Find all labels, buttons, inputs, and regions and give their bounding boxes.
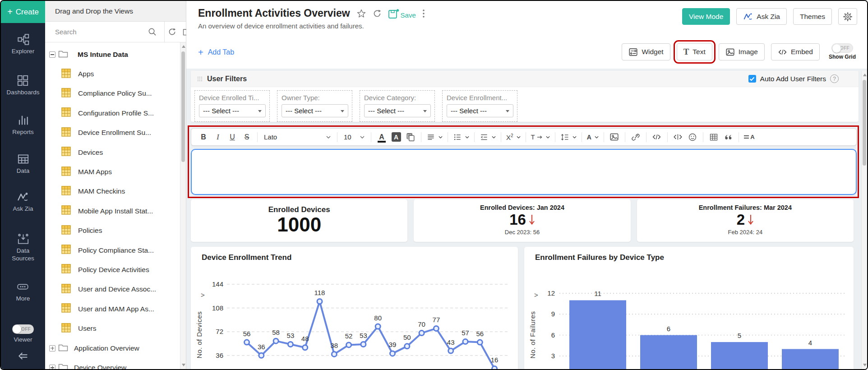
- line-height-button[interactable]: [559, 130, 578, 144]
- tree-item[interactable]: Policy Compliance Sta...: [45, 240, 186, 260]
- create-button[interactable]: + Create: [1, 1, 45, 23]
- insert-link-button[interactable]: [629, 130, 642, 144]
- canvas-scrollbar[interactable]: [861, 71, 867, 369]
- tree-root-ms-intune-data[interactable]: MS Intune Data: [45, 45, 186, 64]
- chart-title: Device Enrollment Trend: [202, 253, 291, 262]
- svg-text:77: 77: [433, 316, 440, 324]
- tree-item[interactable]: Mobile App Install Stat...: [45, 201, 186, 221]
- code-block-button[interactable]: [671, 130, 685, 144]
- tree-folder[interactable]: Device Overview: [45, 358, 186, 370]
- add-tab-button[interactable]: + Add Tab: [198, 47, 234, 58]
- text-button[interactable]: T Text: [677, 43, 712, 60]
- collapse-minus-icon[interactable]: [49, 51, 55, 58]
- chart-title: Enrollment Failures by Device Type: [535, 253, 664, 262]
- chevron-down-icon: [360, 136, 365, 139]
- refresh-icon[interactable]: [373, 9, 382, 18]
- text-direction-button[interactable]: T: [530, 130, 551, 144]
- save-button[interactable]: Save: [388, 8, 416, 19]
- tree-item[interactable]: Users: [45, 319, 186, 338]
- tree-item[interactable]: User and MAM App As...: [45, 299, 186, 319]
- insert-image-button[interactable]: [608, 130, 621, 144]
- tree-item[interactable]: Apps: [45, 64, 186, 83]
- align-button[interactable]: [425, 130, 444, 144]
- collapse-sidebar-button[interactable]: [17, 350, 29, 364]
- widget-button[interactable]: Widget: [622, 43, 670, 60]
- scroll-down-arrow[interactable]: [182, 364, 185, 366]
- expand-plus-icon[interactable]: [49, 345, 55, 352]
- embed-button[interactable]: Embed: [771, 43, 820, 60]
- create-label: Create: [16, 8, 39, 17]
- viewer-toggle[interactable]: OFF: [12, 324, 34, 334]
- strikethrough-button[interactable]: S: [240, 130, 254, 144]
- underline-button[interactable]: U: [226, 130, 239, 144]
- scroll-up-arrow[interactable]: [182, 45, 185, 48]
- list-button[interactable]: [452, 130, 471, 144]
- chart-enrollment-failures-by-device-type[interactable]: 1296311654 Enrollment Failures by Device…: [524, 247, 854, 370]
- font-family-dropdown[interactable]: Lato: [261, 133, 333, 141]
- formatting-marks-button[interactable]: A: [743, 130, 756, 144]
- tree-item[interactable]: Device Enrollment Su...: [45, 123, 186, 143]
- expand-plus-icon[interactable]: [49, 365, 55, 370]
- axis-expand-chevron-icon[interactable]: >: [534, 291, 538, 299]
- sidebar-item-reports[interactable]: Reports: [12, 114, 33, 136]
- image-button[interactable]: Image: [719, 43, 765, 60]
- blockquote-button[interactable]: [721, 130, 735, 144]
- inline-code-button[interactable]: [650, 130, 664, 144]
- tree-item[interactable]: Policies: [45, 221, 186, 240]
- emoji-button[interactable]: [686, 130, 699, 144]
- sidebar-item-data[interactable]: Data: [17, 153, 30, 175]
- filter-select[interactable]: --- Select ---: [282, 104, 348, 117]
- refresh-views-icon[interactable]: [165, 28, 180, 36]
- image-icon: [725, 47, 735, 57]
- settings-button[interactable]: [838, 8, 857, 25]
- text-editor-area[interactable]: [191, 149, 857, 195]
- tree-scrollbar[interactable]: [180, 42, 186, 369]
- tree-item[interactable]: Devices: [45, 143, 186, 162]
- font-color-button[interactable]: A: [375, 130, 388, 144]
- scroll-up-arrow[interactable]: [863, 74, 867, 76]
- tree-item[interactable]: Policy Device Activities: [45, 260, 186, 279]
- text-case-button[interactable]: A: [586, 130, 600, 144]
- filter-select[interactable]: --- Select ---: [447, 104, 513, 117]
- filter-select[interactable]: --- Select ---: [364, 104, 431, 117]
- insert-table-button[interactable]: [707, 130, 720, 144]
- search-input[interactable]: [55, 28, 145, 36]
- format-painter-button[interactable]: [404, 130, 417, 144]
- kpi-enrollment-failures-mar[interactable]: Enrollment Failures: Mar 2024 2 Feb 2024…: [637, 199, 854, 242]
- indent-button[interactable]: [478, 130, 497, 144]
- bold-button[interactable]: B: [197, 130, 210, 144]
- themes-button[interactable]: Themes: [793, 8, 832, 25]
- kpi-enrolled-devices[interactable]: Enrolled Devices 1000: [191, 199, 407, 242]
- tree-item[interactable]: Configuration Profile S...: [45, 103, 186, 123]
- scrollbar-thumb[interactable]: [181, 51, 185, 162]
- filter-select[interactable]: --- Select ---: [199, 104, 266, 117]
- scroll-down-arrow[interactable]: [863, 364, 867, 366]
- tree-item[interactable]: User and Device Assoc...: [45, 280, 186, 299]
- axis-expand-chevron-icon[interactable]: >: [201, 291, 205, 299]
- auto-add-checkbox[interactable]: [748, 75, 756, 83]
- show-grid-toggle[interactable]: OFF: [831, 43, 853, 53]
- superscript-button[interactable]: X2: [505, 130, 522, 144]
- drag-handle-icon[interactable]: [197, 76, 203, 82]
- chart-device-enrollment-trend[interactable]: 1441087236563658534811838525380395070774…: [191, 247, 518, 370]
- more-options-icon[interactable]: [422, 9, 425, 18]
- font-size-dropdown[interactable]: 10: [341, 133, 367, 141]
- tree-folder[interactable]: Application Overview: [45, 338, 186, 358]
- tree-item[interactable]: MAM Checkins: [45, 182, 186, 201]
- tree-item[interactable]: Compliance Policy Su...: [45, 84, 186, 103]
- tree-item[interactable]: MAM Apps: [45, 162, 186, 181]
- italic-button[interactable]: I: [211, 130, 225, 144]
- view-mode-button[interactable]: View Mode: [682, 8, 730, 25]
- sidebar-item-more[interactable]: More: [16, 281, 30, 303]
- sidebar-item-explorer[interactable]: Explorer: [12, 33, 34, 56]
- highlight-color-button[interactable]: A: [389, 130, 403, 144]
- kpi-row: Enrolled Devices 1000 Enrolled Devices: …: [191, 199, 854, 242]
- sidebar-item-dashboards[interactable]: Dashboards: [7, 74, 40, 97]
- sidebar-item-ask-zia[interactable]: Ask Zia: [13, 191, 33, 213]
- help-icon[interactable]: ?: [830, 74, 839, 83]
- ask-zia-button[interactable]: Ask Zia: [736, 8, 787, 25]
- favorite-star-icon[interactable]: [356, 9, 366, 18]
- scrollbar-thumb[interactable]: [863, 80, 866, 166]
- kpi-enrolled-devices-jan[interactable]: Enrolled Devices: Jan 2024 16 Dec 2023: …: [414, 199, 630, 242]
- sidebar-item-data-sources[interactable]: Data Sources: [7, 233, 39, 263]
